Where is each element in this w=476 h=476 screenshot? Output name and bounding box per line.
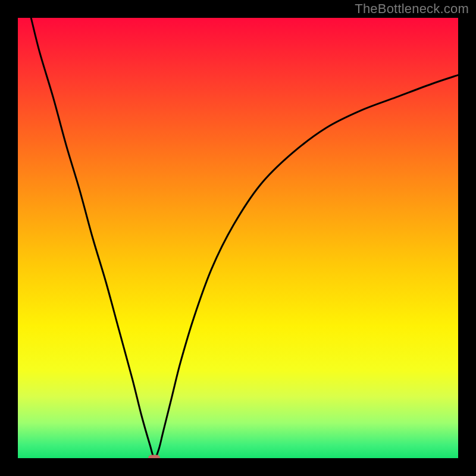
plot-area	[18, 18, 458, 458]
watermark-text: TheBottleneck.com	[355, 1, 469, 17]
bottleneck-curve	[31, 18, 458, 458]
chart-frame: TheBottleneck.com	[0, 0, 476, 476]
axis-bottom-border	[0, 458, 476, 476]
curve-svg	[18, 18, 458, 458]
